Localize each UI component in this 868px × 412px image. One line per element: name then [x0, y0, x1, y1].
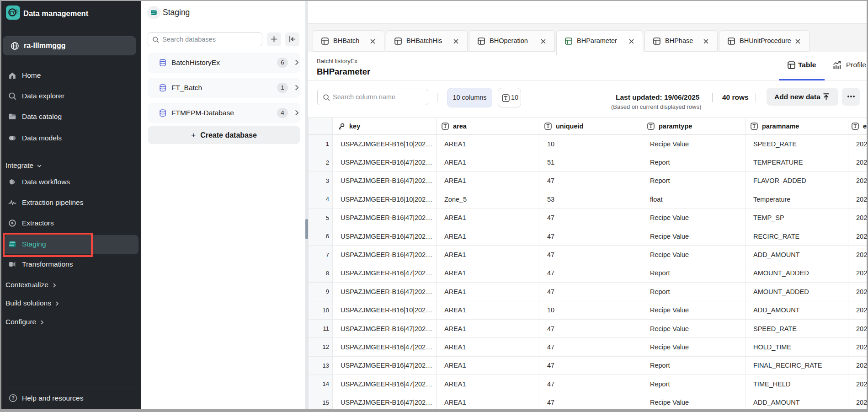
svg-text:FT: FT: [10, 11, 15, 15]
svg-text:?: ?: [11, 395, 15, 401]
